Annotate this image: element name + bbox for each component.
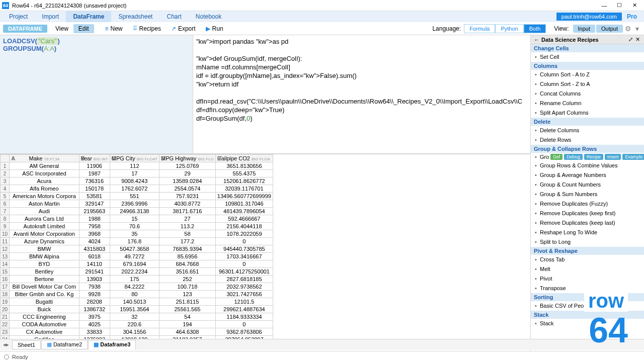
close-icon[interactable]: ✕	[627, 1, 642, 11]
sp-item[interactable]: Pivot	[531, 274, 644, 284]
run-button[interactable]: ▶Run	[201, 24, 228, 33]
sp-section: Columns	[531, 62, 644, 70]
menu-icon[interactable]: ▾	[633, 25, 641, 33]
sp-section: Pivot & Reshape	[531, 247, 644, 255]
sidepanel-header: ← Data Science Recipes ⤢ ✕	[531, 35, 644, 44]
output-button[interactable]: Output	[596, 25, 623, 33]
export-button[interactable]: ↗Export	[166, 24, 201, 33]
logo-64: 64	[589, 313, 628, 348]
sp-item[interactable]: Column Sort - Z to A	[531, 79, 644, 89]
sp-item[interactable]: Melt	[531, 264, 644, 274]
logo-row: row	[584, 290, 628, 312]
sp-item[interactable]: Cross Tab	[531, 255, 644, 264]
maximize-icon[interactable]: ☐	[612, 1, 627, 11]
formula-button[interactable]: Formula	[464, 24, 495, 33]
sp-item-hover[interactable]: GroDefDebugRecipeInsertExample	[531, 153, 644, 161]
sp-item[interactable]: Remove Duplicates (keep first)	[531, 209, 644, 218]
view-button[interactable]: View	[50, 24, 73, 33]
toolbar: DATAFRAME View Edit ≡New ⠿Recipes ↗Expor…	[0, 22, 644, 35]
tab-dataframe2[interactable]: ▦Dataframe2	[41, 340, 88, 349]
back-icon[interactable]: ←	[534, 37, 539, 43]
menu-chart[interactable]: Chart	[159, 11, 188, 22]
sp-section: Delete	[531, 118, 644, 126]
sp-item[interactable]: Group & Count Numbers	[531, 180, 644, 190]
minimize-icon[interactable]: —	[597, 1, 612, 11]
sp-item[interactable]: Delete Rows	[531, 135, 644, 145]
status-text: Ready	[12, 354, 28, 360]
sp-item[interactable]: Concat Columns	[531, 89, 644, 99]
sp-item[interactable]: Group Rows & Combine Values	[531, 161, 644, 170]
user-label[interactable]: paul.trinh@row64.com	[556, 13, 622, 21]
tab-dataframe3[interactable]: ▦Dataframe3	[88, 340, 136, 349]
panel-close-icon[interactable]: ✕	[634, 36, 641, 43]
sp-item[interactable]: Set Cell	[531, 52, 644, 62]
menu-spreadsheet[interactable]: Spreadsheet	[111, 11, 159, 22]
both-button[interactable]: Both	[524, 24, 546, 33]
app-icon: 64	[2, 2, 9, 9]
menu-import[interactable]: Import	[35, 11, 66, 22]
sp-section: Change Cells	[531, 44, 644, 52]
dataframe-label: DATAFRAME	[3, 25, 47, 33]
sp-item[interactable]: Delete Columns	[531, 126, 644, 135]
edit-button[interactable]: Edit	[73, 24, 94, 33]
menubar: ProjectImportDataFrameSpreadsheetChartNo…	[0, 11, 644, 22]
new-button[interactable]: ≡New	[100, 24, 128, 33]
sidepanel-title: Data Science Recipes	[541, 37, 627, 43]
sp-section: Group & Collapse Rows	[531, 145, 644, 153]
view-label: View:	[554, 25, 569, 32]
titlebar: 64 Row64 - r64_221024124308 (unsaved pro…	[0, 0, 644, 11]
gear-icon[interactable]: ⚙	[623, 25, 633, 33]
sp-item[interactable]: Remove Duplicates (Fuzzy)	[531, 199, 644, 209]
sp-item[interactable]: Reshape Long To Wide	[531, 228, 644, 237]
menu-dataframe[interactable]: DataFrame	[66, 11, 111, 22]
sp-item[interactable]: Group & Average Numbers	[531, 170, 644, 180]
input-button[interactable]: Input	[573, 25, 595, 33]
data-grid[interactable]: AMakeTEXT,34BYearBIG INTCMPG CityBIG FLO…	[0, 154, 273, 349]
pin-icon[interactable]: ⤢	[627, 36, 634, 43]
recipes-button[interactable]: ⠿Recipes	[128, 24, 166, 33]
formula-pane[interactable]: LOADCSV("Cars") GROUPSUM(A:A)	[0, 35, 193, 153]
statusbar: Ready	[0, 351, 644, 362]
sheet-tabs: ◂▸ Sheet1▦Dataframe2▦Dataframe3	[0, 339, 644, 350]
menu-notebook[interactable]: Notebook	[189, 11, 228, 22]
menu-project[interactable]: Project	[2, 11, 35, 22]
status-icon	[4, 354, 9, 359]
window-title: Row64 - r64_221024124308 (unsaved projec…	[12, 3, 597, 9]
tab-sheet1[interactable]: Sheet1	[12, 340, 41, 349]
sp-item[interactable]: Rename Column	[531, 99, 644, 108]
python-button[interactable]: Python	[495, 24, 523, 33]
sp-item[interactable]: Group & Sum Numbers	[531, 190, 644, 199]
pro-label: Pro	[622, 13, 642, 20]
sp-item[interactable]: Column Sort - A to Z	[531, 70, 644, 79]
language-label: Language:	[432, 25, 461, 32]
tabs-prev-icon[interactable]: ◂▸	[0, 341, 12, 348]
sp-item[interactable]: Split Apart Columns	[531, 108, 644, 118]
sp-item[interactable]: Remove Duplicates (keep last)	[531, 218, 644, 228]
sp-item[interactable]: Split to Long	[531, 237, 644, 247]
